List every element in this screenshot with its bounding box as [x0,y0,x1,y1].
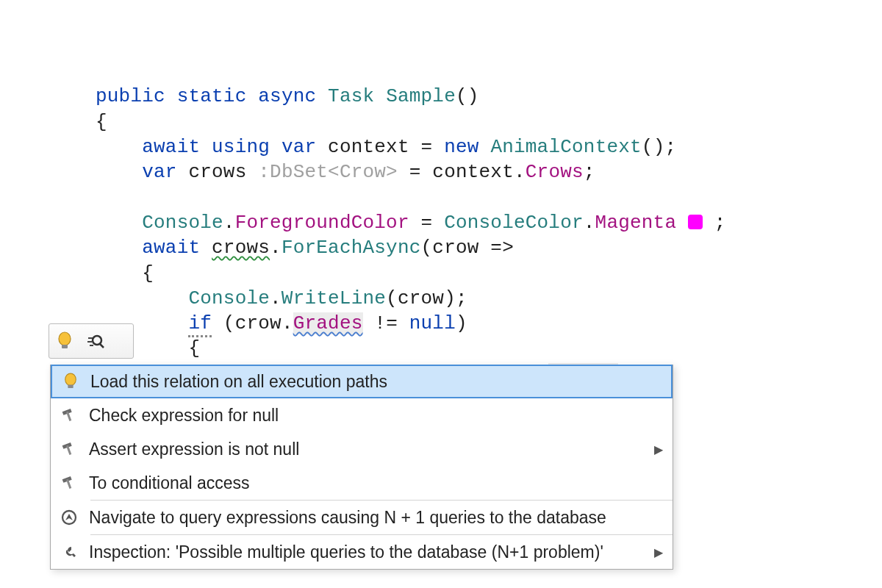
quickfix-item-label: Check expression for null [85,406,652,426]
quickfix-item-label: Navigate to query expressions causing N … [85,508,652,528]
method-writeline: WriteLine [282,287,386,309]
quickfix-popup: Load this relation on all execution path… [50,365,673,570]
navigate-icon [54,509,85,526]
wrench-icon [54,544,85,560]
inlay-hint-type: :DbSet<Crow> [258,161,398,183]
hammer-icon [54,475,85,491]
property-magenta: Magenta [595,212,677,234]
search-action-icon [86,333,105,349]
property-grades-warned[interactable]: Grades [293,312,363,334]
property-crows: Crows [526,161,584,183]
quickfix-item-label: Load this relation on all execution path… [86,372,650,392]
keyword-var: var [142,161,176,183]
quickfix-bulb-button[interactable] [49,323,134,359]
lightbulb-icon [55,373,86,390]
identifier-context: context [328,136,409,158]
svg-point-0 [59,332,71,345]
identifier-crows-warned: crows [212,237,270,259]
quickfix-item-label: Inspection: 'Possible multiple queries t… [85,542,652,562]
type-consolecolor: ConsoleColor [444,212,584,234]
type-console: Console [142,212,223,234]
quickfix-item-check-null[interactable]: Check expression for null [51,398,673,432]
keyword-null: null [409,312,456,334]
svg-point-7 [65,373,76,385]
quickfix-item-assert-not-null[interactable]: Assert expression is not null ▶ [51,432,673,466]
type-task: Task [328,85,374,107]
identifier-crows: crows [188,161,246,183]
color-swatch-icon [688,215,703,229]
method-foreachasync: ForEachAsync [282,237,421,259]
lightbulb-icon [57,331,73,351]
keyword-if: if [188,312,212,337]
keyword-var: var [282,136,316,158]
quickfix-item-label: Assert expression is not null [85,440,652,459]
svg-rect-8 [68,385,73,389]
hammer-icon [54,407,85,423]
submenu-arrow-icon: ▶ [652,545,665,559]
hammer-icon [54,441,85,457]
keyword-new: new [444,136,478,158]
method-name: Sample [386,85,456,107]
quickfix-item-load-relation[interactable]: Load this relation on all execution path… [51,365,673,398]
svg-rect-1 [62,345,68,348]
svg-line-6 [100,344,104,348]
keyword-async: async [258,85,316,107]
keyword-static: static [177,85,247,107]
type-animalcontext: AnimalContext [490,136,641,158]
quickfix-item-navigate-nplus1[interactable]: Navigate to query expressions causing N … [51,501,673,534]
keyword-using: using [212,136,270,158]
svg-point-5 [93,336,101,345]
quickfix-item-label: To conditional access [85,473,652,493]
quickfix-item-conditional-access[interactable]: To conditional access [51,466,673,500]
property-foregroundcolor: ForegroundColor [235,212,409,234]
keyword-public: public [96,85,165,107]
keyword-await: await [142,136,200,158]
submenu-arrow-icon: ▶ [652,442,665,456]
quickfix-item-inspection-options[interactable]: Inspection: 'Possible multiple queries t… [51,535,673,569]
